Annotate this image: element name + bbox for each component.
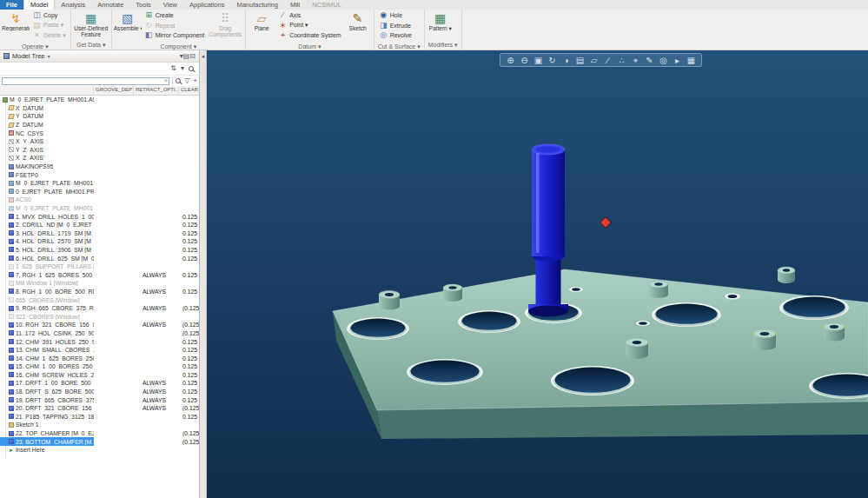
- datum-planes-icon[interactable]: ▱: [587, 55, 600, 65]
- tree-item-5-hol-drill-3906-sm-m-0-ejret-pla[interactable]: 5. HOL_DRILL_3906_SM [M_0_EJRET_PLA...0.…: [0, 246, 199, 255]
- tree-item-7-rgh-1-625-bores-500-rlr-fem-m[interactable]: 7. RGH_1_625_BORES_500_RLR_FEM [M...ALWA…: [0, 270, 199, 279]
- datum-points-icon[interactable]: ∴: [615, 55, 628, 65]
- coordinate-system-button[interactable]: ⌖Coordinate System: [275, 30, 344, 41]
- tree-search-input[interactable]: ×: [2, 77, 169, 85]
- tree-item-15-chm-1-00-bores-250-90-chm-m[interactable]: 15. CHM_1_00_BORES_250_90_CHM [M_...0.12…: [0, 362, 199, 371]
- tree-item-23-bottom-chamfer-m-0-ejret-pla[interactable]: 23. BOTTOM_CHAMFER [M_0_EJRET_PLA...(0.1…: [0, 437, 199, 446]
- pattern-button[interactable]: ▦Pattern ▾: [427, 10, 454, 39]
- tree-item-12-chm-391-holes-250-90-chm-m-0[interactable]: 12. CHM_391_HOLES_250_90_CHM [M_0...0.12…: [0, 337, 199, 346]
- regenerate-button[interactable]: ↯Regenerate ▾: [2, 10, 30, 41]
- repeat-button[interactable]: ↻Repeat: [142, 21, 207, 31]
- tab-file[interactable]: File: [0, 0, 23, 10]
- scene-svg[interactable]: [207, 50, 868, 498]
- tree-item-20-drft-321-cbore-156-slr-fem-m[interactable]: 20. DRFT_321_CBORE_156_SLR_FEM [M...ALWA…: [0, 404, 199, 413]
- revolve-button[interactable]: ◎Revolve: [376, 30, 414, 41]
- tree-item-x-datum[interactable]: X_DATUM: [0, 104, 199, 113]
- tree-item-11-172-hol-csink-250-90-csink-m-0[interactable]: 11. 172_HOL_CSINK_250_90_CSINK [M_0...(0…: [0, 329, 199, 338]
- tree-item-8-rgh-1-00-bore-500-rlr-fem-m-0[interactable]: 8. RGH_1_00_BORE_500_RLR_FEM [M_0...ALWA…: [0, 288, 199, 296]
- tree-filter-icon[interactable]: ▾: [181, 64, 184, 73]
- tree-item-z-datum[interactable]: Z_DATUM: [0, 121, 199, 129]
- axis-button[interactable]: ∕Axis: [275, 10, 344, 21]
- tree-item-mill-window-1-window[interactable]: Mill Window 1 [Window]: [0, 279, 199, 288]
- tree-item-17-drft-1-00-bore-500-rlf-fem-m[interactable]: 17. DRFT_1_00_BORE_500_RLF_FEM [M_...ALW…: [0, 379, 199, 388]
- drag-components-button[interactable]: ⠿Drag Components: [207, 10, 243, 41]
- tree-item-2-cdrill-nd-m-0-ejret-plate-mh001[interactable]: 2. CDRILL_ND [M_0_EJRET_PLATE_MH001]0.12…: [0, 221, 199, 229]
- viewport-3d[interactable]: ⊕⊖▣↻◑▤▱∕∴⌖✎◎▸▦: [207, 50, 868, 498]
- tree-item-x-y-axis[interactable]: X_Y_AXIS: [0, 137, 199, 146]
- tree-search-add-icon[interactable]: +: [193, 76, 197, 85]
- annotations-icon[interactable]: ✎: [643, 55, 656, 65]
- tree-item-acs0[interactable]: ACS0: [0, 196, 199, 204]
- sketch-button[interactable]: ✎Sketch: [344, 10, 372, 41]
- tab-applications[interactable]: Applications: [183, 0, 230, 10]
- group-label-get-data[interactable]: Get Data ▾: [71, 40, 111, 50]
- tree-item-m-0-ejret-plate-mh001-makinops95[interactable]: M_0_EJRET_PLATE_MH001 [MAKINOPS95]: [0, 179, 199, 188]
- create-button[interactable]: ⊞Create: [142, 10, 207, 21]
- hole-button[interactable]: ◉Hole: [376, 10, 414, 21]
- tab-view[interactable]: View: [157, 0, 183, 10]
- spin-center-icon[interactable]: ◎: [657, 55, 670, 65]
- plane-button[interactable]: ▱Plane: [248, 10, 275, 41]
- group-label-modifiers[interactable]: Modifiers ▾: [425, 40, 461, 50]
- tree-item-y-z-axis[interactable]: Y_Z_AXIS: [0, 146, 199, 155]
- reference-point-marker[interactable]: [600, 217, 611, 228]
- tree-item-13-chm-small-cbores-250-90-chm[interactable]: 13. CHM_SMALL_CBORES_250_90_CHM...0.125: [0, 346, 199, 355]
- clear-search-icon[interactable]: ×: [164, 76, 169, 84]
- tree-collapse-all-icon[interactable]: ⊟: [189, 52, 195, 60]
- tree-item-sketch-1[interactable]: Sketch 1: [0, 421, 199, 429]
- tree-search-filter-icon[interactable]: ▽: [184, 76, 189, 85]
- tree-item-19-drft-665-cbores-375-rlf-fem-m[interactable]: 19. DRFT_665_CBORES_375_RLF_FEM [M...ALW…: [0, 395, 199, 404]
- user-defined-feature-button[interactable]: ▦User-Defined Feature: [73, 10, 109, 39]
- tree-item-9-rgh-665-cbore-375-rlr-fem-m-0[interactable]: 9. RGH_665_CBORE_375_RLR_FEM [M_0...ALWA…: [0, 304, 199, 313]
- column-clear[interactable]: CLEAR: [179, 86, 199, 95]
- tree-item-0-ejret-plate-mh001-prt[interactable]: 0_EJRET_PLATE_MH001.PRT: [0, 188, 199, 196]
- repaint-icon[interactable]: ↻: [546, 55, 559, 65]
- tab-mill[interactable]: Mill: [284, 0, 306, 10]
- tree-item-4-hol-drill-2570-sm-m-0-ejret-pla[interactable]: 4. HOL_DRILL_2570_SM [M_0_EJRET_PLA...0.…: [0, 237, 199, 246]
- tree-item-21-p185-tapping-3125-18-m-0-ejret[interactable]: 21. P185_TAPPING_3125_18 [M_0_EJRET...0.…: [0, 413, 199, 422]
- tree-item-1-625-support-pillars-window[interactable]: 1_625_SUPPORT_PILLARS [Window]: [0, 262, 199, 271]
- tree-item-10-rgh-321-cbore-156-slr-fem-m-0[interactable]: 10. RGH_321_CBORE_156_SLR_FEM [M_0...ALW…: [0, 321, 199, 329]
- tree-item-insert-here[interactable]: ►Insert Here: [0, 446, 199, 455]
- display-style-icon[interactable]: ◑: [560, 55, 573, 65]
- collapse-tree-icon[interactable]: ◂: [200, 53, 206, 60]
- tree-item-22-top-chamfer-m-0-ejret-plate-m[interactable]: 22. TOP_CHAMFER [M_0_EJRET_PLATE_M...(0.…: [0, 429, 199, 438]
- tab-annotate[interactable]: Annotate: [91, 0, 129, 10]
- play-simulation-icon[interactable]: ▸: [671, 55, 684, 65]
- tab-model[interactable]: Model: [23, 0, 55, 10]
- zoom-out-icon[interactable]: ⊖: [518, 55, 531, 65]
- delete-button[interactable]: ×Delete ▾: [30, 30, 69, 41]
- column-groove-depth[interactable]: GROOVE_DEPTH: [94, 86, 134, 95]
- view-manager-icon[interactable]: ▦: [685, 55, 698, 65]
- model-tree-caret-icon[interactable]: ▾: [48, 53, 50, 59]
- tree-item-6-hol-drill-625-sm-m-0-ejret-plate[interactable]: 6. HOL_DRILL_625_SM [M_0_EJRET_PLATE...0…: [0, 254, 199, 262]
- tab-manufacturing[interactable]: Manufacturing: [230, 0, 284, 10]
- extrude-button[interactable]: ◨Extrude: [376, 21, 414, 31]
- tree-item-665-cbores-window[interactable]: 665_CBORES [Window]: [0, 295, 199, 304]
- tab-tools[interactable]: Tools: [129, 0, 157, 10]
- tree-item-m-0-ejret-plate-mh001-wrk-01-prt[interactable]: M_0_EJRET_PLATE_MH001_WRK_01.PRT: [0, 204, 199, 213]
- paste-button[interactable]: ▤Paste ▾: [30, 21, 69, 31]
- tree-item-14-chm-1-625-bores-250-90-chm-m[interactable]: 14. CHM_1_625_BORES_250_90_CHM [M...0.12…: [0, 354, 199, 362]
- tree-find-icon[interactable]: [189, 66, 194, 71]
- copy-button[interactable]: ◫Copy: [30, 10, 69, 21]
- tree-item-18-drft-s-625-bore-500-rlf-fem-m[interactable]: 18. DRFT_S_625_BORE_500_RLF_FEM [M...ALW…: [0, 388, 199, 396]
- assemble-button[interactable]: ▧Assemble ▾: [114, 10, 142, 41]
- tab-analysis[interactable]: Analysis: [55, 0, 91, 10]
- datum-axes-icon[interactable]: ∕: [601, 55, 614, 65]
- tree-item-makinops95[interactable]: MAKINOPS95: [0, 163, 199, 171]
- tree-item-321-cbores-window[interactable]: 321_CBORES [Window]: [0, 312, 199, 321]
- column-retract-option[interactable]: RETRACT_OPTI...: [134, 86, 179, 95]
- refit-icon[interactable]: ▣: [532, 55, 545, 65]
- mirror-component-button[interactable]: ◧Mirror Component: [142, 30, 207, 41]
- tree-item-nc-csys[interactable]: NC_CSYS: [0, 129, 199, 137]
- tree-item-3-hol-drill-1719-sm-m-0-ejret-pla[interactable]: 3. HOL_DRILL_1719_SM [M_0_EJRET_PLA...0.…: [0, 229, 199, 238]
- tree-sort-icon[interactable]: ⇅: [170, 64, 176, 73]
- tree-item-1-mvx-drill-holes-1-00-mvx-drill[interactable]: 1. MVX_DRILL_HOLES_1_00_MVX_DRILL [0.125: [0, 212, 199, 221]
- panel-splitter[interactable]: ◂: [200, 50, 207, 498]
- tree-item-y-datum[interactable]: Y_DATUM: [0, 112, 199, 121]
- tree-item-16-chm-screw-holes-250-90-chm[interactable]: 16. CHM_SCREW_HOLES_250_90_CHM [...0.125: [0, 371, 199, 380]
- tree-search-find-icon[interactable]: [176, 78, 181, 83]
- point-button[interactable]: ∗Point ▾: [275, 21, 344, 31]
- section-view-icon[interactable]: ▤: [573, 55, 586, 65]
